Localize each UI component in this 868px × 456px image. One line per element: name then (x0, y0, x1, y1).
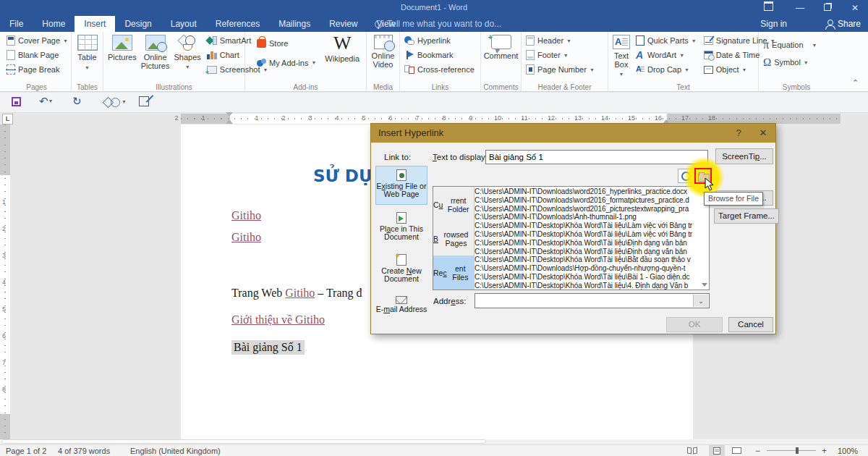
ribbon-display-options-icon[interactable] (757, 0, 780, 16)
share-button[interactable]: Share (825, 16, 861, 32)
doc-link-gitiho-2[interactable]: Gitiho (231, 231, 261, 244)
horizontal-ruler[interactable]: 12123456789101112131415161718 (181, 114, 841, 124)
scroll-down-icon[interactable] (702, 283, 707, 287)
dialog-help-icon[interactable]: ? (726, 124, 751, 143)
text-box-icon: A (613, 35, 630, 49)
web-layout-icon[interactable] (732, 447, 742, 455)
sign-in-link[interactable]: Sign in (760, 16, 787, 32)
wikipedia-button[interactable]: W Wikipedia (323, 33, 362, 63)
store-button[interactable]: Store (255, 33, 318, 53)
zoom-slider-thumb[interactable] (796, 447, 799, 454)
footer-button[interactable]: Footer▼ (524, 48, 597, 62)
file-row[interactable]: C:\Users\ADMIN-IT\Desktop\Khóa Word\Tài … (475, 230, 700, 239)
vertical-ruler[interactable]: 12345678 (0, 124, 10, 440)
doc-paragraph-link[interactable]: Gitiho (285, 287, 315, 299)
file-row[interactable]: C:\Users\ADMIN-IT\Desktop\Khóa Word\Tài … (475, 273, 700, 282)
blank-page-button[interactable]: Blank Page (4, 48, 70, 62)
file-row[interactable]: C:\Users\ADMIN-IT\Desktop\Khóa Word\Tài … (475, 282, 700, 290)
file-row[interactable]: C:\Users\ADMIN-IT\Downloads\Ảnh-thumnail… (475, 213, 700, 221)
close-icon[interactable]: ✕ (843, 0, 867, 16)
file-row[interactable]: C:\Users\ADMIN-IT\Downloads\word2016_for… (475, 196, 700, 205)
cross-reference-button[interactable]: Cross-reference (402, 62, 477, 77)
doc-link-gioi-thieu[interactable]: Giới thiệu về Gitiho (231, 313, 325, 326)
recent-files-list[interactable]: C:\Users\ADMIN-IT\Downloads\word2016_hyp… (475, 187, 700, 290)
recent-files-button[interactable]: Recent Files (433, 256, 474, 290)
file-row[interactable]: C:\Users\ADMIN-IT\Downloads\word2016_pic… (475, 205, 700, 214)
tab-mailings[interactable]: Mailings (269, 16, 320, 32)
hyperlink-button[interactable]: Hyperlink (402, 33, 477, 48)
bookmark-button-ribbon[interactable]: Bookmark (402, 48, 477, 62)
edit-qat-icon[interactable] (139, 96, 149, 106)
zoom-out-icon[interactable]: − (755, 446, 760, 456)
browsed-pages-button[interactable]: Browsed Pages (433, 221, 474, 256)
language-indicator[interactable]: English (United Kingdom) (130, 447, 221, 455)
page-break-button[interactable]: Page Break (4, 62, 70, 77)
page-number-button[interactable]: Page Number▼ (524, 62, 597, 77)
file-row[interactable]: C:\Users\ADMIN-IT\Downloads\word2016_hyp… (475, 187, 700, 196)
file-row[interactable]: C:\Users\ADMIN-IT\Desktop\Khóa Word\Tài … (475, 248, 700, 256)
cancel-button[interactable]: Cancel (728, 317, 773, 332)
tab-review[interactable]: Review (320, 16, 367, 32)
undo-icon[interactable]: ↶▼ (39, 95, 54, 108)
screentip-button[interactable]: ScreenTip... (715, 148, 773, 164)
cover-page-button[interactable]: Cover Page▼ (4, 33, 70, 48)
zoom-slider-track[interactable] (767, 450, 816, 451)
address-dropdown-icon[interactable]: ⌄ (693, 295, 708, 307)
header-button[interactable]: Header▼ (524, 33, 597, 48)
read-mode-icon[interactable] (687, 447, 697, 455)
sidebar-item-existing-file[interactable]: Existing File or Web Page (375, 166, 427, 205)
tab-layout[interactable]: Layout (161, 16, 206, 32)
address-combobox[interactable]: ⌄ (475, 293, 710, 308)
table-button[interactable]: Table ▼ (75, 33, 100, 72)
first-line-indent-marker[interactable] (226, 112, 233, 117)
tell-me-box[interactable]: Tell me what you want to do... (375, 16, 501, 32)
tab-insert[interactable]: Insert (75, 16, 115, 32)
tab-design[interactable]: Design (115, 16, 161, 32)
dialog-close-icon[interactable]: ✕ (751, 124, 775, 143)
equation-button[interactable]: π Equation▼ (761, 36, 819, 54)
sidebar-item-place-in-document[interactable]: Place in This Document (375, 209, 427, 248)
drop-cap-button[interactable]: A Drop Cap▼ (634, 62, 699, 77)
file-row[interactable]: C:\Users\ADMIN-IT\Downloads\Hợp-đồng-chu… (475, 264, 700, 273)
restore-icon[interactable] (816, 0, 839, 16)
sidebar-item-email-address[interactable]: E-mail Address (375, 293, 427, 328)
text-to-display-input[interactable] (485, 150, 708, 164)
shapes-qat-icon[interactable]: ▼ (104, 97, 120, 107)
page-indicator[interactable]: Page 1 of 2 (6, 447, 46, 455)
file-row[interactable]: C:\Users\ADMIN-IT\Desktop\Khóa Word\Tài … (475, 256, 700, 264)
hanging-indent-marker[interactable] (226, 119, 233, 124)
symbol-button[interactable]: Ω Symbol▼ (761, 54, 819, 71)
print-layout-icon[interactable] (709, 445, 725, 456)
tab-file[interactable]: File (0, 16, 33, 32)
online-pictures-button[interactable]: Online Pictures (139, 33, 172, 70)
online-video-button[interactable]: Online Video (369, 33, 397, 69)
horizontal-scrollbar[interactable] (0, 439, 868, 444)
minimize-icon[interactable]: — (788, 0, 812, 16)
shapes-button[interactable]: Shapes▼ (171, 33, 203, 72)
pictures-button[interactable]: Pictures (106, 33, 139, 62)
dialog-title-bar[interactable]: Insert Hyperlink (371, 124, 775, 143)
file-row[interactable]: C:\Users\ADMIN-IT\Desktop\Khóa Word\Tài … (475, 239, 700, 248)
zoom-in-icon[interactable]: + (822, 446, 827, 456)
collapse-ribbon-icon[interactable]: ⌃ (852, 78, 859, 88)
tab-home[interactable]: Home (33, 16, 75, 32)
save-icon[interactable] (12, 97, 21, 106)
comment-button[interactable]: + Comment (482, 33, 521, 60)
file-row[interactable]: C:\Users\ADMIN-IT\Desktop\Khóa Word\Tài … (475, 221, 700, 230)
horizontal-scrollbar-thumb[interactable] (1, 439, 486, 444)
target-frame-button[interactable]: Target Frame... (714, 208, 779, 224)
text-box-button[interactable]: A Text Box▼ (610, 33, 632, 79)
doc-selected-text[interactable]: Bài giảng Số 1 (231, 340, 305, 355)
wordart-button[interactable]: A WordArt▼ (634, 48, 699, 62)
redo-icon[interactable]: ↻ (72, 95, 82, 108)
tab-references[interactable]: References (206, 16, 269, 32)
tab-stop-selector[interactable]: L (2, 114, 13, 124)
my-addins-button[interactable]: My Add-ins▼ (255, 53, 318, 72)
zoom-percent[interactable]: 100% (838, 447, 858, 455)
quick-parts-button[interactable]: Quick Parts▼ (634, 33, 699, 48)
sidebar-item-create-new-document[interactable]: ✦ Create New Document (375, 251, 427, 290)
word-count[interactable]: 4 of 379 words (58, 447, 110, 455)
current-folder-button[interactable]: Current Folder (433, 187, 474, 221)
ok-button[interactable]: OK (666, 317, 723, 332)
doc-link-gitiho-1[interactable]: Gitiho (231, 209, 261, 222)
